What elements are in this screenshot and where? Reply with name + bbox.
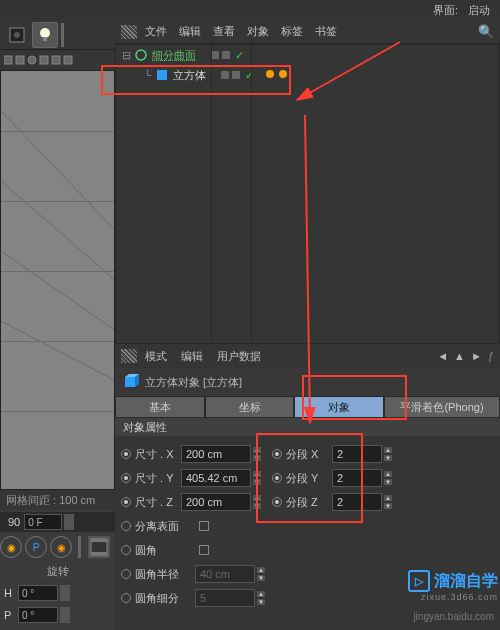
label-fillet-sub: 圆角细分 — [135, 591, 191, 606]
fn-icon[interactable]: ƒ — [488, 350, 494, 362]
attr-menu-userdata[interactable]: 用户数据 — [217, 349, 261, 364]
nav-up-icon[interactable]: ▲ — [454, 350, 465, 362]
svg-line-13 — [1, 321, 115, 381]
radio-fillet[interactable] — [121, 545, 131, 555]
svg-rect-18 — [157, 70, 167, 80]
play-button-3[interactable]: ◉ — [50, 536, 72, 558]
radio-fillet-radius — [121, 569, 131, 579]
object-tree[interactable]: ⊟ 细分曲面 ✓ └ 立方体 ✓ — [115, 44, 500, 344]
menu-bookmark[interactable]: 书签 — [315, 24, 337, 39]
input-size-y[interactable] — [181, 469, 251, 487]
radio-size-y[interactable] — [121, 473, 131, 483]
play-button-2[interactable]: P — [25, 536, 47, 558]
svg-point-20 — [279, 70, 287, 78]
temperature-input[interactable] — [24, 514, 62, 530]
svg-line-11 — [1, 181, 115, 281]
svg-rect-21 — [125, 377, 135, 387]
svg-point-17 — [136, 50, 146, 60]
radio-fillet-sub — [121, 593, 131, 603]
ui-label: 界面: — [433, 3, 458, 18]
input-size-x[interactable] — [181, 445, 251, 463]
svg-rect-16 — [91, 552, 107, 555]
watermark: ▷ 溜溜自学 zixue.3d66.com — [408, 570, 498, 602]
p-input[interactable] — [18, 607, 58, 623]
svg-point-1 — [14, 32, 20, 38]
tab-phong[interactable]: 平滑着色(Phong) — [384, 396, 500, 418]
nav-right-icon[interactable]: ► — [471, 350, 482, 362]
label-fillet-radius: 圆角半径 — [135, 567, 191, 582]
tree-row-child[interactable]: └ 立方体 ✓ — [116, 65, 499, 85]
input-fillet-sub — [195, 589, 255, 607]
lightbulb-icon[interactable] — [32, 22, 58, 48]
tree-child-label: 立方体 — [173, 68, 206, 83]
frame-label: 90 — [8, 516, 20, 528]
menu-edit[interactable]: 编辑 — [179, 24, 201, 39]
svg-rect-7 — [40, 56, 48, 64]
input-seg-y[interactable] — [332, 469, 382, 487]
cube-icon — [123, 373, 139, 392]
svg-rect-3 — [43, 37, 47, 41]
attr-menu-edit[interactable]: 编辑 — [181, 349, 203, 364]
radio-seg-y[interactable] — [272, 473, 282, 483]
svg-rect-4 — [4, 56, 12, 64]
tab-coord[interactable]: 坐标 — [205, 396, 295, 418]
radio-size-z[interactable] — [121, 497, 131, 507]
radio-separate[interactable] — [121, 521, 131, 531]
tree-parent-label: 细分曲面 — [152, 48, 196, 63]
svg-rect-9 — [64, 56, 72, 64]
grid-spacing-label: 网格间距 : 100 cm — [6, 493, 95, 508]
tree-row-parent[interactable]: ⊟ 细分曲面 ✓ — [116, 45, 499, 65]
svg-point-6 — [28, 56, 36, 64]
svg-point-2 — [40, 28, 50, 38]
h-input[interactable] — [18, 585, 58, 601]
label-size-z: 尺寸 . Z — [135, 495, 177, 510]
tab-object[interactable]: 对象 — [294, 396, 384, 418]
svg-point-19 — [266, 70, 274, 78]
label-seg-x: 分段 X — [286, 447, 328, 462]
nav-left-icon[interactable]: ◄ — [437, 350, 448, 362]
tab-base[interactable]: 基本 — [115, 396, 205, 418]
checkbox-separate[interactable] — [199, 521, 209, 531]
search-icon[interactable]: 🔍 — [478, 24, 494, 39]
h-label: H — [4, 587, 18, 599]
input-fillet-radius — [195, 565, 255, 583]
menu-file[interactable]: 文件 — [145, 24, 167, 39]
hatch-icon[interactable] — [121, 349, 137, 363]
radio-size-x[interactable] — [121, 449, 131, 459]
label-separate: 分离表面 — [135, 519, 195, 534]
menu-view[interactable]: 查看 — [213, 24, 235, 39]
menu-tags[interactable]: 标签 — [281, 24, 303, 39]
object-title: 立方体对象 [立方体] — [145, 375, 242, 390]
watermark-small: jingyan.baidu.com — [413, 611, 494, 622]
section-header: 对象属性 — [115, 418, 500, 436]
input-seg-z[interactable] — [332, 493, 382, 511]
play-button-1[interactable]: ◉ — [0, 536, 22, 558]
svg-line-10 — [1, 251, 115, 331]
input-size-z[interactable] — [181, 493, 251, 511]
menu-object[interactable]: 对象 — [247, 24, 269, 39]
launch-label[interactable]: 启动 — [468, 3, 490, 18]
svg-rect-8 — [52, 56, 60, 64]
label-seg-y: 分段 Y — [286, 471, 328, 486]
p-label: P — [4, 609, 18, 621]
film-icon[interactable] — [88, 536, 110, 558]
rotate-label: 旋转 — [0, 560, 115, 579]
label-fillet: 圆角 — [135, 543, 195, 558]
svg-rect-15 — [91, 539, 107, 542]
radio-seg-x[interactable] — [272, 449, 282, 459]
radio-seg-z[interactable] — [272, 497, 282, 507]
svg-line-12 — [1, 111, 115, 231]
viewport-toolbar — [0, 50, 115, 70]
svg-rect-5 — [16, 56, 24, 64]
separator — [78, 536, 81, 558]
checkbox-fillet[interactable] — [199, 545, 209, 555]
input-seg-x[interactable] — [332, 445, 382, 463]
viewport[interactable] — [0, 70, 115, 490]
attr-menu-mode[interactable]: 模式 — [145, 349, 167, 364]
hatch-icon[interactable] — [121, 25, 137, 39]
label-size-x: 尺寸 . X — [135, 447, 177, 462]
label-size-y: 尺寸 . Y — [135, 471, 177, 486]
label-seg-z: 分段 Z — [286, 495, 328, 510]
render-icon[interactable] — [5, 23, 29, 47]
separator — [61, 23, 64, 47]
